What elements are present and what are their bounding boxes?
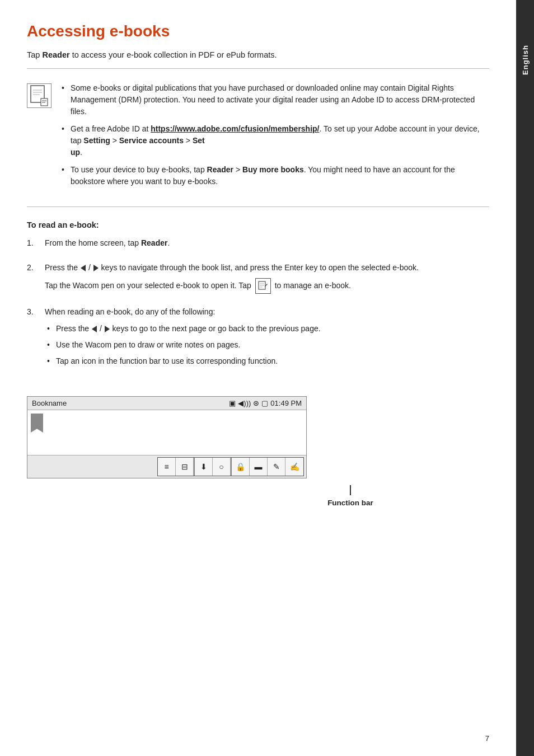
arrow-right-icon-2 xyxy=(105,326,110,332)
step2-content: Press the / keys to navigate through the… xyxy=(45,262,489,299)
reader-bold: Reader xyxy=(207,165,233,174)
adobe-link[interactable]: https://www.adobe.com/cfusion/membership… xyxy=(151,124,319,133)
note-icon-box xyxy=(27,83,51,108)
note-bullet-1: Some e-books or digital publications tha… xyxy=(62,82,489,118)
device-screenshot: Bookname ▣ ◀))) ⊛ ▢ 01:49 PM xyxy=(27,396,307,478)
function-bar-label: Function bar xyxy=(212,499,489,507)
step1-num: 1. xyxy=(27,237,45,254)
step2-text1: Press the / keys to navigate through the… xyxy=(45,262,489,274)
side-tab-label: English xyxy=(521,45,530,75)
step-1: 1. From the home screen, tap Reader. xyxy=(27,237,489,254)
screenshot-topbar: Bookname ▣ ◀))) ⊛ ▢ 01:49 PM xyxy=(27,397,306,410)
steps-list: 1. From the home screen, tap Reader. 2. … xyxy=(27,237,489,372)
side-tab: English xyxy=(516,0,534,756)
step-3: 3. When reading an e-book, do any of the… xyxy=(27,306,489,372)
buy-bold: Buy more books xyxy=(242,165,304,174)
main-content: Accessing e-books Tap Reader to access y… xyxy=(0,0,516,756)
subbullet-1: Press the / keys to go to the next page … xyxy=(45,323,489,335)
time-label: 01:49 PM xyxy=(270,399,302,407)
screenshot-body xyxy=(27,410,306,455)
function-bar-label-area: Function bar xyxy=(212,485,489,507)
bullet2-before: Get a free Adobe ID at xyxy=(71,124,151,133)
step1-reader-bold: Reader xyxy=(141,238,167,247)
function-bar-row: ≡ ⊟ ⬇ ○ 🔒 ▬ ✎ ✍ xyxy=(27,455,306,478)
page-wrapper: Accessing e-books Tap Reader to access y… xyxy=(0,0,534,756)
step2-num: 2. xyxy=(27,262,45,299)
bottom-note-divider xyxy=(27,206,489,207)
step2-text2: Tap the Wacom pen on your selected e-boo… xyxy=(45,278,489,294)
fbar-annotate-icon: ✍ xyxy=(285,458,303,476)
fbar-list-icon: ≡ xyxy=(158,458,176,476)
note-bullet-list: Some e-books or digital publications tha… xyxy=(62,82,489,187)
intro-text-end: to access your e-book collection in PDF … xyxy=(72,50,277,59)
step-2: 2. Press the / keys to navigate through … xyxy=(27,262,489,299)
arrow-left-icon xyxy=(81,265,86,271)
function-bar-icons: ≡ ⊟ ⬇ ○ 🔒 ▬ ✎ ✍ xyxy=(157,457,304,476)
note-bullets: Some e-books or digital publications tha… xyxy=(62,82,489,193)
step3-num: 3. xyxy=(27,306,45,372)
step1-before: From the home screen, tap xyxy=(45,238,141,247)
intro-line: Tap Reader to access your e-book collect… xyxy=(27,50,489,59)
step3-subbullets: Press the / keys to go to the next page … xyxy=(45,323,489,367)
fbar-lock-icon: 🔒 xyxy=(232,458,250,476)
step1-text: From the home screen, tap Reader. xyxy=(45,237,489,250)
intro-reader-bold: Reader xyxy=(42,50,69,59)
setting-bold: Setting xyxy=(83,136,110,145)
gt2: > xyxy=(184,136,193,145)
page-title: Accessing e-books xyxy=(27,22,489,40)
fbar-dl-icon: ⬇ xyxy=(195,458,213,476)
battery2-icon: ▢ xyxy=(261,399,268,407)
bullet2-end: . xyxy=(80,148,82,157)
step3-content: When reading an e-book, do any of the fo… xyxy=(45,306,489,372)
gt1: > xyxy=(110,136,119,145)
topbar-right-icons: ▣ ◀))) ⊛ ▢ 01:49 PM xyxy=(229,399,302,407)
note-box: Some e-books or digital publications tha… xyxy=(27,77,489,199)
arrow-right-icon xyxy=(93,265,99,271)
fbar-copy-icon: ⊟ xyxy=(176,458,194,476)
note-icon-svg xyxy=(30,84,49,107)
top-divider xyxy=(27,68,489,69)
function-bar-line xyxy=(350,485,351,495)
section-title: To read an e-book: xyxy=(27,220,489,229)
page-number: 7 xyxy=(485,734,489,743)
fbar-rect-icon: ▬ xyxy=(250,458,268,476)
subbullet-3: Tap an icon in the function bar to use i… xyxy=(45,355,489,367)
step1-content: From the home screen, tap Reader. xyxy=(45,237,489,254)
bullet3-before: To use your device to buy e-books, tap xyxy=(71,165,207,174)
bookname-label: Bookname xyxy=(32,399,67,407)
intro-text-start: Tap xyxy=(27,50,42,59)
fbar-edit-icon: ✎ xyxy=(268,458,285,476)
edit-icon-svg xyxy=(258,281,268,291)
step3-text: When reading an e-book, do any of the fo… xyxy=(45,306,489,318)
subbullet-2: Use the Wacom pen to draw or write notes… xyxy=(45,339,489,351)
note-bullet-3: To use your device to buy e-books, tap R… xyxy=(62,164,489,187)
wifi-icon: ⊛ xyxy=(253,399,259,407)
note-bullet-2: Get a free Adobe ID at https://www.adobe… xyxy=(62,123,489,158)
battery-icon: ▣ xyxy=(229,399,236,407)
fbar-search-icon: ○ xyxy=(213,458,231,476)
inline-edit-icon xyxy=(255,278,271,294)
gt3: > xyxy=(233,165,242,174)
bookmark-icon xyxy=(31,414,43,433)
arrow-left-icon-2 xyxy=(92,326,97,332)
screenshot-row: Bookname ▣ ◀))) ⊛ ▢ 01:49 PM xyxy=(27,383,489,483)
service-accounts-bold: Service accounts xyxy=(119,136,184,145)
sound-icon: ◀))) xyxy=(238,399,251,407)
step1-after: . xyxy=(167,238,170,247)
